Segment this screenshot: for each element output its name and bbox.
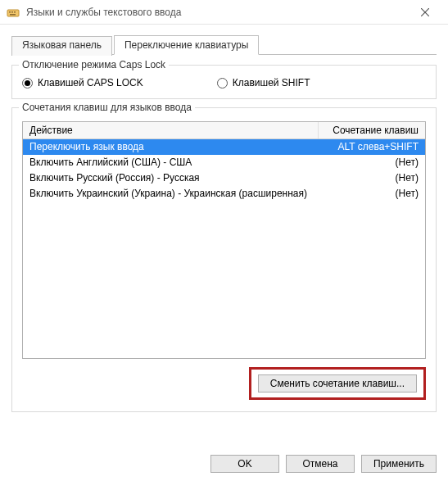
hotkey-shortcut: (Нет): [312, 156, 419, 170]
ok-button[interactable]: OK: [210, 455, 279, 473]
hotkeys-groupbox: Сочетания клавиш для языков ввода Действ…: [11, 107, 437, 412]
hotkeys-listbox[interactable]: Действие Сочетание клавиш Переключить яз…: [22, 121, 426, 359]
svg-rect-1: [9, 11, 11, 13]
capslock-groupbox: Отключение режима Caps Lock Клавишей CAP…: [11, 65, 437, 99]
capslock-legend: Отключение режима Caps Lock: [19, 59, 169, 70]
radio-capslock[interactable]: Клавишей CAPS LOCK: [22, 77, 143, 88]
header-action[interactable]: Действие: [23, 122, 319, 138]
hotkey-action: Включить Русский (Россия) - Русская: [29, 171, 312, 185]
hotkeys-legend: Сочетания клавиш для языков ввода: [19, 102, 195, 113]
hotkey-action: Включить Украинский (Украина) - Украинск…: [29, 187, 312, 201]
change-hotkey-area: Сменить сочетание клавиш...: [22, 367, 426, 400]
hotkey-shortcut: (Нет): [312, 187, 419, 201]
radio-shift[interactable]: Клавишей SHIFT: [217, 77, 310, 88]
radio-icon: [217, 78, 228, 88]
close-icon: [421, 8, 429, 16]
apply-button[interactable]: Применить: [361, 455, 437, 473]
close-button[interactable]: [409, 1, 441, 24]
keyboard-icon: [7, 6, 20, 19]
tab-keyboard-switch[interactable]: Переключение клавиатуры: [114, 35, 259, 55]
hotkey-row[interactable]: Включить Украинский (Украина) - Украинск…: [23, 186, 425, 202]
hotkey-action: Включить Английский (США) - США: [29, 156, 312, 170]
change-hotkey-button[interactable]: Сменить сочетание клавиш...: [258, 374, 417, 393]
hotkey-shortcut: (Нет): [312, 171, 419, 185]
hotkey-row[interactable]: Включить Русский (Россия) - Русская(Нет): [23, 170, 425, 186]
window-title: Языки и службы текстового ввода: [26, 7, 409, 18]
highlight-frame: Сменить сочетание клавиш...: [249, 367, 426, 400]
capslock-radio-row: Клавишей CAPS LOCK Клавишей SHIFT: [22, 77, 426, 88]
hotkey-row[interactable]: Переключить язык вводаALT слева+SHIFT: [23, 139, 425, 155]
svg-rect-3: [14, 11, 16, 13]
dialog-footer: OK Отмена Применить: [0, 455, 448, 473]
svg-rect-4: [10, 14, 16, 16]
header-shortcut[interactable]: Сочетание клавиш: [319, 122, 425, 138]
radio-capslock-label: Клавишей CAPS LOCK: [38, 77, 143, 88]
radio-shift-label: Клавишей SHIFT: [233, 77, 310, 88]
tab-strip: Языковая панель Переключение клавиатуры: [11, 34, 437, 55]
svg-rect-2: [11, 11, 13, 13]
content-area: Языковая панель Переключение клавиатуры …: [0, 25, 448, 412]
titlebar: Языки и службы текстового ввода: [0, 0, 448, 25]
radio-icon: [22, 78, 33, 88]
cancel-button[interactable]: Отмена: [286, 455, 355, 473]
hotkey-action: Переключить язык ввода: [29, 140, 312, 154]
svg-rect-0: [7, 10, 19, 16]
hotkey-shortcut: ALT слева+SHIFT: [312, 140, 419, 154]
hotkey-row[interactable]: Включить Английский (США) - США(Нет): [23, 155, 425, 170]
hotkeys-header: Действие Сочетание клавиш: [23, 122, 425, 139]
tab-language-panel[interactable]: Языковая панель: [11, 36, 112, 56]
